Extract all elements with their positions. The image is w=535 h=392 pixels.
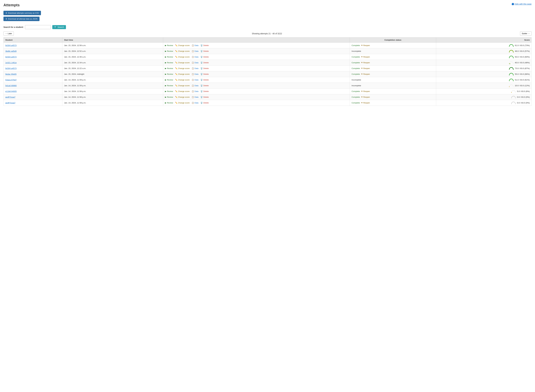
student-link[interactable]: 9c504 a4573 [5, 44, 17, 47]
change-score-button[interactable]: ✏️ Change score [175, 84, 190, 87]
eye-icon: 👁 [361, 44, 363, 47]
review-button[interactable]: ▶ Review [165, 67, 173, 70]
delete-button[interactable]: 🗑️ Delete [201, 50, 209, 52]
start-time-cell: Jan. 15, 2024, 12:52 a.m. [62, 48, 163, 54]
review-button[interactable]: ▶ Review [165, 90, 173, 93]
review-button[interactable]: ▶ Review [165, 61, 173, 64]
delete-button[interactable]: 🗑️ Delete [201, 79, 209, 81]
review-button[interactable]: ▶ Review [165, 79, 173, 81]
completion-cell: Complete 👁 Reopen [352, 96, 434, 98]
data-button[interactable]: 📋 Data [192, 56, 198, 58]
change-score-button[interactable]: ✏️ Change score [175, 67, 190, 70]
change-score-button[interactable]: ✏️ Change score [175, 61, 190, 64]
delete-button[interactable]: 🗑️ Delete [201, 73, 209, 75]
change-score-button[interactable]: ✏️ Change score [175, 73, 190, 75]
reopen-button[interactable]: 👁 Reopen [361, 73, 370, 75]
student-link[interactable]: 5d1a0 89980 [5, 84, 17, 87]
download-csv-button[interactable]: ⬇ Download attempts summary as CSV [4, 11, 41, 15]
data-button[interactable]: 📋 Data [192, 96, 198, 98]
change-score-button[interactable]: ✏️ Change score [175, 96, 190, 98]
reopen-button[interactable]: 👁 Reopen [361, 61, 370, 64]
data-icon: 📋 [192, 84, 194, 87]
change-score-button[interactable]: ✏️ Change score [175, 50, 190, 52]
col-start-time: Start time [62, 37, 163, 43]
student-link[interactable]: 53aea 876d7 [5, 79, 17, 81]
data-button[interactable]: 📋 Data [192, 84, 198, 87]
completion-cell: Complete 👁 Reopen [352, 90, 434, 92]
status-complete: Complete [352, 90, 360, 92]
download-json-button[interactable]: ⬇ Download all attempt data as JSON [4, 17, 39, 21]
data-button[interactable]: 📋 Data [192, 79, 198, 81]
data-button[interactable]: 📋 Data [192, 73, 198, 75]
delete-button[interactable]: 🗑️ Delete [201, 56, 209, 58]
data-button[interactable]: 📋 Data [192, 90, 198, 93]
review-button[interactable]: ▶ Review [165, 44, 173, 47]
download-json-icon: ⬇ [5, 18, 7, 20]
eye-icon: 👁 [361, 90, 363, 92]
search-button[interactable]: 🔍 Search [52, 25, 66, 29]
status-complete: Complete [352, 102, 360, 104]
student-link[interactable]: e11b8 64005 [5, 90, 17, 92]
data-button[interactable]: 📋 Data [192, 102, 198, 104]
actions-cell: ▶ Review ✏️ Change score 📋 Data 🗑️ Delet… [165, 67, 348, 70]
reopen-button[interactable]: 👁 Reopen [361, 90, 370, 92]
score-value: 10.0 / 83.0 (12%) [515, 84, 530, 87]
data-icon: 📋 [192, 79, 194, 81]
data-button[interactable]: 📋 Data [192, 61, 198, 64]
reopen-button[interactable]: 👁 Reopen [361, 102, 370, 104]
score-cell: 48.0 / 83.0 (57%) [438, 50, 530, 52]
score-cell: 40.0 / 83.0 (48%) [438, 61, 530, 64]
review-button[interactable]: ▶ Review [165, 50, 173, 52]
pencil-icon: ✏️ [175, 102, 177, 104]
data-button[interactable]: 📋 Data [192, 50, 198, 52]
student-link[interactable]: 9edac 90e65 [5, 73, 17, 75]
reopen-button[interactable]: 👁 Reopen [361, 56, 370, 58]
review-button[interactable]: ▶ Review [165, 73, 173, 75]
review-button[interactable]: ▶ Review [165, 96, 173, 98]
review-button[interactable]: ▶ Review [165, 102, 173, 104]
student-link[interactable]: 9c504 a4573 [5, 56, 17, 58]
start-time-cell: Jan. 15, 2024, 12:56 a.m. [62, 43, 163, 48]
change-score-button[interactable]: ✏️ Change score [175, 44, 190, 47]
student-link[interactable]: 3bd8c ad5d9 [5, 50, 17, 52]
reopen-button[interactable]: 👁 Reopen [361, 96, 370, 98]
help-link[interactable]: 🔵 Help with this page [511, 3, 531, 5]
trash-icon: 🗑️ [201, 44, 203, 47]
review-button[interactable]: ▶ Review [165, 84, 173, 87]
start-time-cell: Jan. 15, 2024, 12:22 a.m. [62, 65, 163, 71]
change-score-button[interactable]: ✏️ Change score [175, 79, 190, 81]
data-button[interactable]: 📋 Data [192, 67, 198, 70]
data-button[interactable]: 📋 Data [192, 44, 198, 47]
later-button[interactable]: ← Later [4, 31, 14, 36]
status-complete: Complete [352, 44, 360, 47]
student-link[interactable]: aedff 5caa7 [5, 102, 15, 104]
completion-cell: Complete 👁 Reopen [352, 73, 434, 75]
delete-button[interactable]: 🗑️ Delete [201, 44, 209, 47]
student-link[interactable]: aedff 5caa7 [5, 96, 15, 98]
delete-button[interactable]: 🗑️ Delete [201, 67, 209, 70]
delete-button[interactable]: 🗑️ Delete [201, 84, 209, 87]
delete-button[interactable]: 🗑️ Delete [201, 90, 209, 93]
pencil-icon: ✏️ [175, 96, 177, 98]
score-cell: 5.0 / 83.0 (6%) [438, 90, 530, 93]
search-input[interactable] [25, 25, 51, 29]
pencil-icon: ✏️ [175, 67, 177, 70]
earlier-button[interactable]: Earlier → [520, 31, 531, 36]
reopen-button[interactable]: 👁 Reopen [361, 67, 370, 70]
trash-icon: 🗑️ [201, 61, 203, 64]
delete-button[interactable]: 🗑️ Delete [201, 102, 209, 104]
status-complete: Complete [352, 73, 360, 75]
review-icon: ▶ [165, 90, 166, 92]
change-score-button[interactable]: ✏️ Change score [175, 102, 190, 104]
delete-button[interactable]: 🗑️ Delete [201, 96, 209, 98]
review-icon: ▶ [165, 96, 166, 98]
review-button[interactable]: ▶ Review [165, 56, 173, 58]
student-link[interactable]: 1e321 1461e [5, 61, 17, 64]
delete-button[interactable]: 🗑️ Delete [201, 61, 209, 64]
help-icon: 🔵 [511, 3, 514, 5]
change-score-button[interactable]: ✏️ Change score [175, 56, 190, 58]
student-link[interactable]: 9c504 a4573 [5, 67, 17, 70]
reopen-button[interactable]: 👁 Reopen [361, 44, 370, 47]
col-actions [163, 37, 350, 43]
change-score-button[interactable]: ✏️ Change score [175, 90, 190, 93]
